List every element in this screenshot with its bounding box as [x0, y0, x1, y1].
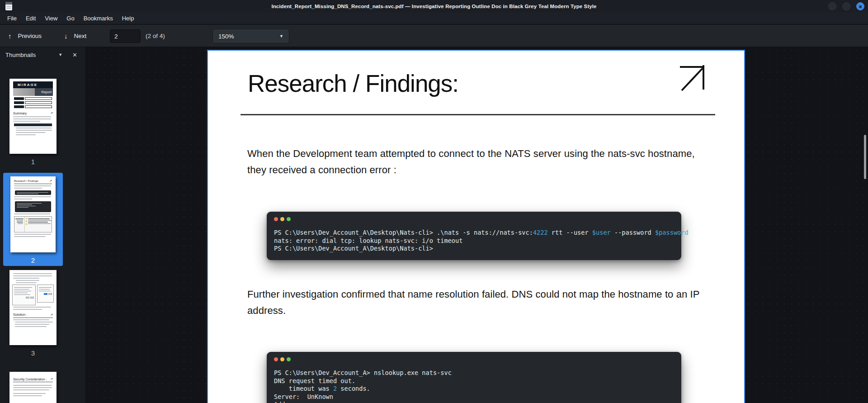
document-app-icon [5, 2, 12, 10]
sidebar-close-icon[interactable]: ✕ [71, 51, 79, 59]
mini-photo: Report [13, 88, 53, 96]
arrow-up-right-icon: ↗ [49, 179, 52, 183]
scrollbar-thumb[interactable] [864, 135, 866, 179]
traffic-light-green-icon [287, 357, 291, 361]
thumbnail-page-2-label: 2 [31, 256, 35, 264]
arrow-up-right-icon [677, 64, 706, 92]
mini-summary-heading: Summary [13, 112, 27, 115]
sidebar-mode-dropdown-icon[interactable]: ▼ [57, 51, 64, 59]
window-title: Incident_Report_Missing_DNS_Record_nats-… [0, 4, 868, 9]
thumbnail-page-3-preview: Solution : ↗ [9, 270, 57, 345]
thumbnail-page-4-preview: Security Consideration : ↗ [9, 372, 57, 403]
arrow-up-right-icon: ↗ [50, 377, 53, 381]
menu-edit[interactable]: Edit [26, 15, 36, 22]
menu-help[interactable]: Help [122, 15, 134, 22]
thumbnail-page-3[interactable]: Solution : ↗ 3 [0, 270, 66, 357]
traffic-light-yellow-icon [280, 217, 284, 221]
arrow-down-icon: ↓ [64, 32, 68, 40]
main-body: Thumbnails ▼ ✕ MIRAGE Report [0, 47, 868, 403]
traffic-light-yellow-icon [280, 357, 284, 361]
arrow-up-right-icon: ↗ [50, 313, 53, 317]
mini-solution-heading: Solution : [13, 313, 27, 317]
mini-section-bar [14, 123, 52, 126]
previous-label: Previous [18, 33, 42, 39]
mini-brand-text: MIRAGE [13, 83, 38, 87]
title-bar: Incident_Report_Missing_DNS_Record_nats-… [0, 0, 868, 13]
terminal-screenshot-nats-cli: PS C:\Users\Dev_Account_A\Desktop\Nats-c… [267, 212, 681, 260]
window-controls [828, 2, 864, 10]
page-count-text: (2 of 4) [146, 25, 165, 47]
mini-report-badge: Report [35, 88, 53, 96]
terminal-output: PS C:\Users\Dev_Account_A> nslookup.exe … [274, 369, 681, 403]
mini-file-explorer [14, 216, 52, 232]
mini-terminal-1 [15, 190, 51, 195]
pdf-viewer-window: Incident_Report_Missing_DNS_Record_nats-… [0, 0, 868, 403]
thumbnail-page-2-preview: Research / Findings: ↗ [10, 176, 56, 252]
terminal-screenshot-nslookup: PS C:\Users\Dev_Account_A> nslookup.exe … [267, 352, 681, 403]
page-number-input[interactable] [110, 29, 141, 43]
traffic-light-icons [274, 357, 681, 361]
mini-research-heading: Research / Findings: [14, 180, 39, 182]
mini-dialog-screenshots [12, 284, 54, 305]
next-label: Next [74, 33, 87, 39]
sidebar-header: Thumbnails ▼ ✕ [0, 47, 85, 62]
close-button[interactable] [856, 2, 864, 10]
menu-go[interactable]: Go [66, 15, 74, 22]
next-page-button[interactable]: ↓ Next [61, 25, 89, 47]
traffic-light-red-icon [274, 357, 278, 361]
thumbnail-page-4[interactable]: Security Consideration : ↗ [0, 372, 66, 403]
menu-file[interactable]: File [7, 15, 17, 22]
thumbnail-page-2-selected[interactable]: Research / Findings: ↗ [3, 173, 63, 266]
arrow-up-right-icon: ↗ [50, 111, 53, 115]
paragraph-connection-error: When the Development team attempted to c… [247, 146, 706, 178]
mini-terminal-2 [15, 201, 51, 212]
maximize-button[interactable] [842, 2, 850, 10]
minimize-button[interactable] [828, 2, 836, 10]
zoom-value: 150% [218, 33, 234, 40]
terminal-output: PS C:\Users\Dev_Account_A\Desktop\Nats-c… [274, 229, 681, 253]
thumbnail-page-3-label: 3 [31, 349, 35, 357]
thumbnail-page-1-label: 1 [31, 158, 35, 166]
menu-bar: File Edit View Go Bookmarks Help [0, 13, 868, 24]
thumbnail-page-1[interactable]: MIRAGE Report Summary ↗ [0, 79, 66, 166]
menu-bookmarks[interactable]: Bookmarks [84, 15, 113, 22]
chevron-down-icon: ▼ [279, 34, 283, 38]
traffic-light-green-icon [287, 217, 291, 221]
zoom-level-dropdown[interactable]: 150% ▼ [212, 29, 289, 43]
traffic-light-red-icon [274, 217, 278, 221]
heading-divider [241, 114, 715, 115]
pdf-page-2: Research / Findings: When the Developmen… [207, 50, 745, 403]
paragraph-dns-failure: Further investigation confirmed that nam… [247, 286, 706, 319]
thumbnail-page-1-preview: MIRAGE Report Summary ↗ [9, 79, 57, 154]
previous-page-button[interactable]: ↑ Previous [5, 25, 44, 47]
traffic-light-icons [274, 217, 681, 221]
arrow-up-icon: ↑ [8, 32, 12, 40]
page-title: Research / Findings: [248, 70, 458, 97]
sidebar-title: Thumbnails [5, 52, 36, 58]
document-viewport[interactable]: Research / Findings: When the Developmen… [86, 47, 868, 403]
menu-view[interactable]: View [45, 15, 57, 22]
thumbnails-sidebar: Thumbnails ▼ ✕ MIRAGE Report [0, 47, 86, 403]
vertical-scrollbar[interactable] [863, 47, 867, 403]
toolbar: ↑ Previous ↓ Next (2 of 4) 150% ▼ [0, 25, 868, 47]
mini-security-heading: Security Consideration : [13, 378, 47, 381]
